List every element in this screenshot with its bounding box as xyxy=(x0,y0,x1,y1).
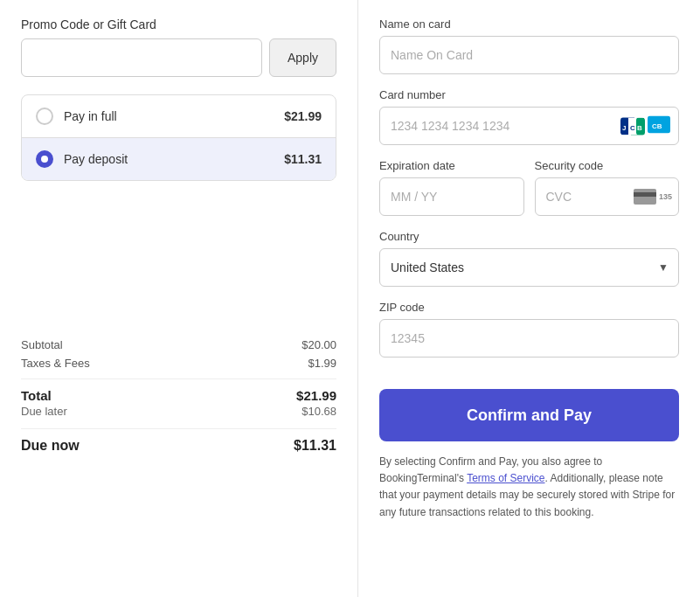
svg-text:CB: CB xyxy=(652,122,662,130)
name-field-group: Name on card xyxy=(379,17,679,74)
taxes-label: Taxes & Fees xyxy=(21,357,90,370)
cvc-number: 135 xyxy=(659,192,672,201)
cb-icon: CB xyxy=(648,116,670,136)
summary-divider xyxy=(21,378,336,379)
due-now-row: Due now $11.31 xyxy=(21,438,336,454)
name-label: Name on card xyxy=(379,17,679,31)
summary-section: Subtotal $20.00 Taxes & Fees $1.99 Total… xyxy=(21,338,336,454)
taxes-value: $1.99 xyxy=(308,357,336,370)
apply-button[interactable]: Apply xyxy=(269,38,336,77)
total-label: Total xyxy=(21,388,52,403)
pay-full-price: $21.99 xyxy=(284,109,322,123)
terms-link[interactable]: Terms of Service xyxy=(467,472,544,484)
card-number-wrapper: J C B CB xyxy=(379,107,679,145)
country-field-group: Country United States Canada United King… xyxy=(379,230,679,287)
due-later-value: $10.68 xyxy=(301,405,336,418)
zip-input[interactable] xyxy=(379,319,679,358)
zip-field-group: ZIP code xyxy=(379,301,679,358)
cvc-wrapper: 135 xyxy=(535,177,680,216)
expiry-security-row: Expiration date Security code 135 xyxy=(379,159,679,230)
promo-label: Promo Code or Gift Card xyxy=(21,17,336,31)
pay-deposit-option[interactable]: Pay deposit $11.31 xyxy=(22,137,336,180)
card-icons: J C B CB xyxy=(620,116,670,136)
terms-text: By selecting Confirm and Pay, you also a… xyxy=(379,454,679,521)
security-field-group: Security code 135 xyxy=(535,159,680,216)
payment-options: Pay in full $21.99 Pay deposit $11.31 xyxy=(21,94,336,181)
expiry-label: Expiration date xyxy=(379,159,524,172)
promo-input[interactable] xyxy=(21,38,262,77)
expiry-input[interactable] xyxy=(379,177,524,216)
subtotal-label: Subtotal xyxy=(21,338,63,351)
jcb-icon: J C B xyxy=(620,117,645,135)
promo-row: Apply xyxy=(21,38,336,77)
due-now-value: $11.31 xyxy=(294,438,336,454)
country-label: Country xyxy=(379,230,679,243)
total-value: $21.99 xyxy=(296,388,336,403)
name-input[interactable] xyxy=(379,36,679,74)
pay-full-radio[interactable] xyxy=(36,108,53,125)
pay-deposit-label: Pay deposit xyxy=(64,152,128,166)
subtotal-row: Subtotal $20.00 xyxy=(21,338,336,351)
cvc-card-icon xyxy=(634,189,656,205)
due-later-row: Due later $10.68 xyxy=(21,405,336,418)
pay-full-label: Pay in full xyxy=(64,109,117,123)
svg-text:J: J xyxy=(622,123,626,131)
country-select[interactable]: United States Canada United Kingdom Aust… xyxy=(379,248,679,287)
card-number-label: Card number xyxy=(379,88,679,101)
radio-inner xyxy=(41,156,48,163)
pay-deposit-radio[interactable] xyxy=(36,150,53,168)
due-later-label: Due later xyxy=(21,405,67,418)
svg-text:C: C xyxy=(630,123,635,131)
pay-deposit-price: $11.31 xyxy=(284,152,322,166)
due-now-label: Due now xyxy=(21,438,80,454)
security-label: Security code xyxy=(535,159,680,172)
right-panel: Name on card Card number J C xyxy=(358,0,700,597)
subtotal-value: $20.00 xyxy=(301,338,336,351)
zip-label: ZIP code xyxy=(379,301,679,314)
svg-text:B: B xyxy=(637,123,642,131)
card-number-field-group: Card number J C B xyxy=(379,88,679,145)
summary-divider-2 xyxy=(21,428,336,429)
pay-full-option[interactable]: Pay in full $21.99 xyxy=(22,95,336,137)
confirm-pay-button[interactable]: Confirm and Pay xyxy=(379,389,679,441)
total-row: Total $21.99 xyxy=(21,388,336,403)
svg-rect-10 xyxy=(634,192,656,197)
expiry-field-group: Expiration date xyxy=(379,159,524,216)
taxes-row: Taxes & Fees $1.99 xyxy=(21,357,336,370)
left-panel: Promo Code or Gift Card Apply Pay in ful… xyxy=(0,0,358,597)
country-select-wrapper: United States Canada United Kingdom Aust… xyxy=(379,248,679,287)
